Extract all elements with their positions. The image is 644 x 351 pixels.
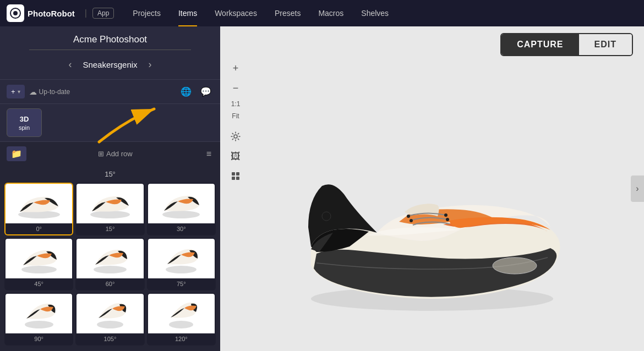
angle-label: 15° [4, 170, 216, 178]
add-row-button[interactable]: ⊞ Add row [98, 150, 133, 158]
svg-point-10 [97, 321, 123, 328]
svg-point-21 [446, 218, 449, 221]
grid-label-75: 75° [177, 281, 186, 287]
grid-label-30: 30° [177, 226, 186, 232]
view-toolbar: CAPTURE EDIT [220, 26, 644, 63]
svg-point-12 [234, 135, 237, 138]
capture-edit-toggle: CAPTURE EDIT [500, 33, 633, 56]
nav-item-presets[interactable]: Presets [267, 0, 308, 26]
cloud-icon: ☁ [29, 87, 37, 96]
thumbnail-0 [6, 184, 72, 223]
grid-label-60: 60° [106, 281, 115, 287]
grid-cell-90[interactable]: 90° [4, 293, 73, 345]
brand-name: PhotoRobot [28, 9, 75, 18]
current-item-name: Sneakersgenix [83, 60, 137, 69]
spin-label: spin [19, 124, 30, 131]
list-view-button[interactable]: ≡ [204, 147, 214, 161]
nav-item-projects[interactable]: Projects [125, 0, 168, 26]
item-nav-row: ‹ Sneakersgenix › [9, 54, 211, 75]
image-view-button[interactable]: 🖼 [227, 147, 244, 165]
prev-item-button[interactable]: ‹ [64, 57, 76, 73]
thumbnail-30 [148, 184, 215, 223]
logo-icon [7, 4, 24, 22]
zoom-in-button[interactable]: + [227, 59, 244, 77]
sidebar-toolbar: + ▾ ☁ Up-to-date 🌐 💬 [0, 80, 220, 104]
camera-settings-button[interactable] [227, 128, 244, 145]
svg-point-20 [410, 219, 413, 222]
thumbnail-45 [6, 239, 72, 278]
svg-rect-13 [232, 172, 235, 176]
right-panel-toggle[interactable]: › [631, 176, 644, 202]
sidebar: Acme Photoshoot ‹ Sneakersgenix › + ▾ ☁ … [0, 26, 220, 351]
zoom-11-label: 1:1 [227, 99, 244, 109]
add-icon: + [11, 87, 15, 96]
grid-cell-15[interactable]: 15° [75, 183, 144, 235]
svg-point-5 [162, 211, 200, 218]
grid-label-0: 0° [36, 226, 42, 232]
chevron-down-icon: ▾ [18, 89, 20, 95]
image-grid: 15° 0° [0, 166, 220, 351]
nav-item-macros[interactable]: Macros [310, 0, 351, 26]
sync-status: ☁ Up-to-date [29, 87, 70, 96]
zoom-out-button[interactable]: − [227, 79, 244, 97]
svg-point-1 [13, 11, 18, 15]
grid-row-3: 90° 105° [4, 293, 216, 345]
svg-point-11 [169, 321, 193, 328]
thumbnail-75 [148, 239, 215, 278]
svg-point-19 [444, 213, 447, 217]
comment-button[interactable]: 💬 [198, 84, 214, 99]
grid-cell-45[interactable]: 45° [4, 238, 73, 290]
grid-cell-60[interactable]: 60° [75, 238, 144, 290]
main-product-image [272, 79, 592, 321]
status-text: Up-to-date [39, 88, 70, 96]
grid-cell-75[interactable]: 75° [147, 238, 216, 290]
grid-view-button[interactable] [227, 167, 244, 185]
nav-divider: | [85, 8, 87, 18]
thumbnail-90 [6, 294, 72, 333]
svg-point-8 [166, 266, 197, 273]
svg-point-23 [322, 212, 331, 221]
grid-row-1: 0° 15° [4, 183, 216, 235]
sidebar-header: Acme Photoshoot ‹ Sneakersgenix › [0, 26, 220, 80]
main-layout: Acme Photoshoot ‹ Sneakersgenix › + ▾ ☁ … [0, 26, 644, 351]
svg-rect-14 [236, 172, 239, 176]
app-badge[interactable]: App [92, 8, 114, 19]
grid-cell-0[interactable]: 0° [4, 183, 73, 235]
nav-item-workspaces[interactable]: Workspaces [207, 0, 265, 26]
next-item-button[interactable]: › [144, 57, 156, 73]
svg-rect-15 [232, 177, 235, 180]
svg-point-22 [493, 257, 537, 274]
grid-label-105: 105° [104, 336, 117, 342]
row-tools: 📁 ⊞ Add row ≡ [0, 142, 220, 166]
svg-point-9 [25, 321, 53, 328]
grid-cell-120[interactable]: 120° [147, 293, 216, 345]
grid-cell-105[interactable]: 105° [75, 293, 144, 345]
add-folder-button[interactable]: 📁 [7, 146, 26, 161]
top-navigation: PhotoRobot | App Projects Items Workspac… [0, 0, 644, 26]
thumbnail-60 [77, 239, 143, 278]
grid-label-45: 45° [34, 281, 43, 287]
svg-rect-16 [236, 177, 239, 180]
edit-button[interactable]: EDIT [579, 34, 632, 55]
add-button[interactable]: + ▾ [7, 85, 25, 98]
svg-point-6 [21, 266, 57, 273]
canvas [220, 26, 644, 351]
grid-cell-30[interactable]: 30° [147, 183, 216, 235]
3d-label: 3D [20, 115, 29, 123]
grid-label-15: 15° [106, 226, 115, 232]
add-row-label: Add row [106, 150, 133, 158]
thumbnail-15 [77, 184, 143, 223]
nav-item-shelves[interactable]: Shelves [353, 0, 396, 26]
nav-item-items[interactable]: Items [171, 0, 205, 26]
grid-label-120: 120° [175, 336, 188, 342]
3d-spin-button[interactable]: 3D spin [7, 108, 42, 137]
thumbnail-120 [148, 294, 215, 333]
capture-button[interactable]: CAPTURE [501, 34, 578, 55]
add-row-icon: ⊞ [98, 150, 104, 158]
main-canvas-area: CAPTURE EDIT + − 1:1 Fit 🖼 [220, 26, 644, 351]
grid-row-2: 45° 60° [4, 238, 216, 290]
zoom-tools: + − 1:1 Fit 🖼 [227, 59, 244, 185]
project-title: Acme Photoshoot [9, 34, 211, 45]
grid-label-90: 90° [34, 336, 43, 342]
globe-button[interactable]: 🌐 [178, 84, 194, 99]
